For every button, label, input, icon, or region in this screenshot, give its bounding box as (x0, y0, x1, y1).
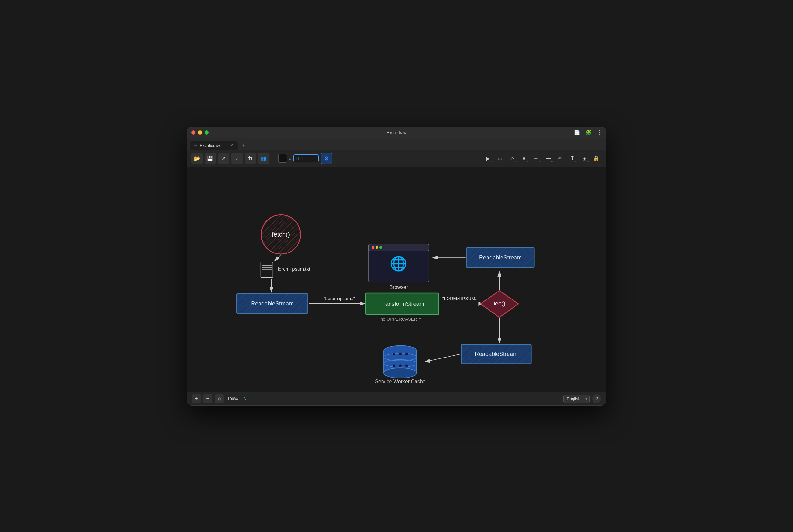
import-icon: ↙ (235, 156, 239, 161)
open-file-button[interactable]: 📂 (191, 153, 203, 164)
language-select[interactable]: English Spanish French German (563, 395, 590, 403)
svg-point-14 (372, 246, 374, 249)
image-tool[interactable]: ⊞ 9 (579, 153, 590, 164)
maximize-button[interactable] (205, 130, 209, 134)
menu-icon[interactable]: ⋮ (597, 129, 602, 135)
line-tool[interactable]: — 6 (543, 153, 554, 164)
users-icon: 👥 (260, 155, 267, 162)
pencil-icon: ✏ (558, 155, 562, 162)
readable-stream-2-label: ReadableStream (479, 254, 522, 261)
zoom-level: 100% (226, 397, 239, 401)
svg-point-26 (399, 353, 402, 355)
zoom-controls: + − ⊙ 100% 🛡 (192, 394, 249, 403)
new-doc-icon[interactable]: 📄 (574, 129, 580, 135)
tab-excalidraw[interactable]: ✏ Excalidraw ✕ (190, 141, 237, 150)
select-tool[interactable]: ▶ 1 (482, 153, 493, 164)
cache-label: Service Worker Cache (375, 379, 426, 384)
gear-icon: ⚙ (324, 155, 329, 162)
file-label: lorem-ipsum.txt (278, 266, 311, 271)
color-section: # ⚙ (278, 153, 332, 164)
color-input[interactable] (293, 154, 319, 163)
arrow-readable3-db (425, 354, 461, 362)
svg-point-27 (405, 353, 408, 355)
toolbar: 📂 💾 ↗ ↙ 🗑 👥 # ⚙ ▶ (188, 150, 605, 167)
text-tool[interactable]: T 8 (567, 153, 578, 164)
tab-close-button[interactable]: ✕ (230, 143, 233, 148)
folder-icon: 📂 (194, 155, 200, 162)
extension-icon[interactable]: 🧩 (585, 129, 592, 135)
new-tab-button[interactable]: + (239, 140, 249, 150)
cursor-icon: ▶ (486, 155, 490, 162)
window-title: Excalidraw (387, 130, 407, 135)
tee-label: tee() (494, 300, 505, 306)
arrow-fetch-file (275, 255, 281, 261)
svg-point-20 (384, 368, 417, 378)
color-swatch[interactable] (278, 154, 287, 163)
svg-point-28 (393, 364, 395, 367)
bottom-bar: + − ⊙ 100% 🛡 English Spanish French Germ… (188, 392, 605, 405)
title-bar-right: 📄 🧩 ⋮ (574, 129, 602, 135)
export-icon: ↗ (222, 156, 226, 161)
arrow-tool[interactable]: → 5 (531, 153, 541, 164)
transform-stream-label: TransformStream (380, 300, 424, 307)
svg-point-25 (393, 353, 395, 355)
color-settings-button[interactable]: ⚙ (321, 153, 332, 164)
svg-point-15 (375, 246, 378, 249)
arrow-icon: → (534, 155, 539, 161)
lorem-ipsum-label: "Lorem ipsum.." (324, 296, 355, 301)
diagram-svg: fetch() lorem-ipsum.txt ReadableStream (188, 167, 605, 392)
collaborate-button[interactable]: 👥 (258, 153, 269, 164)
help-button[interactable]: ? (592, 394, 601, 403)
tab-label: Excalidraw (200, 143, 220, 148)
uppercaser-label: The UPPERCASER™ (378, 316, 422, 321)
zoom-out-button[interactable]: − (203, 394, 212, 403)
zoom-fit-button[interactable]: ⊙ (215, 394, 224, 403)
lock-icon: 🔒 (593, 155, 600, 162)
pencil-tool[interactable]: ✏ 7 (555, 153, 565, 164)
readable-stream-3-label: ReadableStream (475, 350, 518, 357)
language-selector-wrapper: English Spanish French German ▼ (563, 395, 590, 403)
minimize-button[interactable] (198, 130, 202, 134)
browser-label: Browser (389, 284, 408, 290)
canvas-area[interactable]: fetch() lorem-ipsum.txt ReadableStream (188, 167, 605, 392)
shield-icon: 🛡 (244, 396, 249, 402)
lock-tool[interactable]: 🔒 (591, 153, 602, 164)
diamond-icon: ◇ (510, 156, 514, 161)
lorem-ipsum-upper-label: "LOREM IPSUM..." (443, 296, 480, 301)
tab-bar: ✏ Excalidraw ✕ + (188, 138, 605, 150)
diamond-tool[interactable]: ◇ 3 (507, 153, 517, 164)
mac-window: Excalidraw 📄 🧩 ⋮ ✏ Excalidraw ✕ + 📂 💾 ↗ … (187, 127, 606, 406)
export-button[interactable]: ↗ (218, 153, 229, 164)
delete-button[interactable]: 🗑 (245, 153, 256, 164)
globe-icon: 🌐 (390, 255, 407, 272)
grid-icon: ⊞ (582, 155, 586, 162)
line-icon: — (546, 155, 551, 161)
tab-icon: ✏ (194, 144, 197, 148)
traffic-lights (191, 130, 209, 134)
rectangle-icon: ▭ (498, 155, 502, 162)
zoom-in-button[interactable]: + (192, 394, 201, 403)
svg-point-16 (379, 246, 382, 249)
title-bar: Excalidraw 📄 🧩 ⋮ (188, 127, 605, 138)
file-icon (261, 262, 273, 277)
fetch-label: fetch() (272, 231, 290, 238)
hash-symbol: # (289, 156, 291, 161)
trash-icon: 🗑 (248, 155, 253, 161)
save-icon: 💾 (207, 155, 213, 162)
bottom-right: English Spanish French German ▼ ? (563, 394, 601, 403)
svg-point-30 (405, 364, 408, 367)
rectangle-tool[interactable]: ▭ 2 (495, 153, 505, 164)
text-icon: T (570, 155, 574, 161)
import-button[interactable]: ↙ (231, 153, 243, 164)
svg-point-29 (399, 364, 402, 367)
drawing-tools: ▶ 1 ▭ 2 ◇ 3 ● 4 → 5 — 6 (482, 153, 602, 164)
question-mark-icon: ? (595, 396, 598, 401)
close-button[interactable] (191, 130, 195, 134)
readable-stream-1-label: ReadableStream (251, 300, 294, 306)
save-button[interactable]: 💾 (205, 153, 216, 164)
circle-icon: ● (522, 155, 526, 161)
ellipse-tool[interactable]: ● 4 (519, 153, 529, 164)
